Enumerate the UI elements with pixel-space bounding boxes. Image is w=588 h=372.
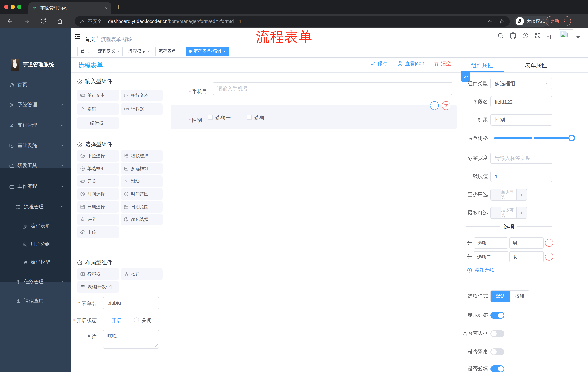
sidebar-item-infra[interactable]: 基础设施: [9, 140, 37, 151]
tag-home[interactable]: 首页: [77, 46, 92, 56]
selected-field-block[interactable]: [171, 105, 457, 129]
option-2-label-input[interactable]: 选项二: [474, 251, 508, 262]
address-bar[interactable]: 不安全 dashboard.yudao.iocoder.cn/bpm/manag…: [74, 16, 510, 27]
component-checkbox-group[interactable]: 多选框组: [121, 163, 163, 174]
form-name-input[interactable]: biubiu: [103, 297, 159, 309]
fullscreen-icon[interactable]: [535, 32, 541, 39]
component-rate[interactable]: 评分: [77, 214, 119, 225]
view-json-button[interactable]: 查看json: [397, 60, 424, 67]
clear-button[interactable]: 清空: [434, 60, 451, 67]
component-time-picker[interactable]: 时间选择: [77, 188, 119, 200]
help-icon[interactable]: [522, 32, 529, 39]
with-border-switch[interactable]: [491, 330, 504, 337]
sidebar-item-payment[interactable]: ¥ 支付管理: [9, 120, 37, 130]
remove-option-2-button[interactable]: −: [545, 253, 553, 261]
back-button[interactable]: [7, 18, 13, 25]
save-button[interactable]: 保存: [370, 60, 388, 67]
label-width-input[interactable]: 请输入标签宽度: [491, 152, 552, 164]
component-radio-group[interactable]: 单选框组: [77, 163, 119, 174]
radio-on-label[interactable]: 开启: [111, 317, 122, 324]
sidebar-item-user-group[interactable]: 用户分组: [22, 239, 50, 249]
component-editor[interactable]: 编辑器: [77, 117, 119, 129]
sidebar-item-process-form[interactable]: 流程表单: [22, 221, 50, 231]
forward-button[interactable]: [23, 18, 30, 25]
sidebar-item-process-model[interactable]: 流程模型: [22, 257, 50, 267]
gender-checkbox-1[interactable]: [208, 115, 213, 120]
search-icon[interactable]: [497, 32, 504, 39]
tag-close-icon[interactable]: ×: [147, 49, 150, 53]
sidebar-fold-icon[interactable]: [74, 33, 81, 40]
component-switch[interactable]: 开关: [77, 175, 119, 187]
title-input[interactable]: 性别: [491, 114, 552, 126]
option-drag-handle[interactable]: [466, 240, 473, 246]
tag-process-definition[interactable]: 流程定义×: [94, 46, 123, 56]
tag-process-form-edit[interactable]: 流程表单-编辑×: [186, 46, 229, 56]
option-1-label-input[interactable]: 选项一: [474, 237, 508, 249]
component-password[interactable]: 密码: [77, 103, 119, 115]
disabled-switch[interactable]: [491, 348, 504, 355]
tag-process-model[interactable]: 流程模型×: [125, 46, 153, 56]
component-table[interactable]: 表格[开发中]: [77, 281, 119, 293]
stepper-increase-button[interactable]: +: [517, 207, 526, 218]
field-name-input[interactable]: field122: [491, 96, 552, 107]
option-drag-handle[interactable]: [466, 253, 473, 260]
min-select-input[interactable]: 至少应选: [501, 189, 517, 200]
textarea-resize-handle[interactable]: [155, 344, 158, 347]
component-date-picker[interactable]: 日期选择: [77, 201, 119, 213]
bookmark-star-icon[interactable]: [499, 18, 505, 24]
component-upload[interactable]: 上传: [77, 226, 119, 238]
phone-field-input[interactable]: 请输入手机号: [213, 82, 452, 95]
component-color-picker[interactable]: 颜色选择: [121, 214, 163, 225]
gender-checkbox-2[interactable]: [247, 115, 252, 120]
grid-slider-handle[interactable]: [568, 135, 575, 141]
max-select-input[interactable]: 最多可选: [501, 207, 517, 218]
browser-menu-icon[interactable]: ⋮: [562, 18, 567, 24]
font-size-icon[interactable]: TT: [547, 33, 552, 40]
type-select[interactable]: 多选框组: [491, 78, 552, 89]
style-default-button[interactable]: 默认: [491, 291, 510, 302]
sidebar-item-process-mgmt[interactable]: 流程管理: [15, 202, 44, 212]
browser-tab[interactable]: 芋道管理系统 ×: [28, 2, 111, 14]
tag-close-icon[interactable]: ×: [117, 49, 119, 53]
gender-option-2-label[interactable]: 选项二: [254, 115, 270, 121]
sidebar-item-home[interactable]: 首页: [9, 80, 27, 90]
sidebar-item-system[interactable]: 系统管理: [9, 100, 37, 110]
option-1-value-input[interactable]: 男: [509, 237, 544, 249]
sidebar-item-devtools[interactable]: 研发工具: [9, 160, 37, 171]
new-tab-button[interactable]: +: [116, 4, 120, 10]
stepper-decrease-button[interactable]: −: [491, 207, 501, 218]
component-row-container[interactable]: 行容器: [77, 268, 119, 280]
tab-form-props[interactable]: 表单属性: [525, 62, 547, 69]
component-select[interactable]: 下拉选择: [77, 150, 119, 162]
sidebar-item-workflow[interactable]: 工作流程: [9, 181, 37, 191]
component-date-range[interactable]: 日期范围: [121, 201, 163, 213]
show-label-switch[interactable]: [491, 312, 504, 319]
radio-on[interactable]: [104, 317, 105, 324]
sidebar-item-leave-query[interactable]: 请假查询: [15, 296, 44, 306]
reload-button[interactable]: [40, 18, 47, 24]
radio-off[interactable]: [134, 317, 139, 322]
github-icon[interactable]: [510, 32, 516, 39]
stepper-decrease-button[interactable]: −: [491, 189, 501, 200]
tag-close-icon[interactable]: ×: [223, 49, 226, 53]
component-single-text[interactable]: 单行文本: [77, 90, 119, 101]
remove-option-1-button[interactable]: −: [545, 239, 553, 247]
breadcrumb-home[interactable]: 首页: [85, 36, 95, 43]
style-button-button[interactable]: 按钮: [510, 291, 529, 302]
default-value-input[interactable]: 1: [491, 171, 552, 182]
required-switch[interactable]: [491, 365, 504, 372]
copy-field-button[interactable]: [430, 101, 439, 110]
avatar-dropdown-caret[interactable]: [576, 36, 580, 39]
component-button[interactable]: 按钮: [121, 268, 163, 280]
component-cascader[interactable]: 级联选择: [121, 150, 163, 162]
window-close-button[interactable]: [4, 5, 8, 9]
home-button[interactable]: [56, 18, 63, 25]
component-multi-text[interactable]: 多行文本: [121, 90, 163, 101]
form-remark-textarea[interactable]: 嘿嘿: [103, 330, 159, 349]
component-slider[interactable]: 滑块: [121, 175, 163, 187]
component-counter[interactable]: 123计数器: [121, 103, 163, 115]
tag-close-icon[interactable]: ×: [178, 49, 180, 53]
tag-process-form[interactable]: 流程表单×: [155, 46, 184, 56]
window-zoom-button[interactable]: [17, 5, 21, 9]
sidebar-item-task-mgmt[interactable]: 任务管理: [15, 277, 44, 287]
